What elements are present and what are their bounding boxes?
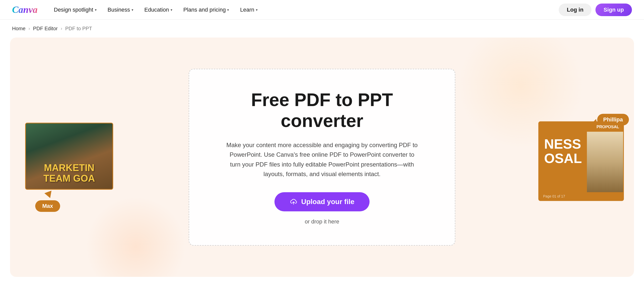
right-card-frame: PROPOSAL NESS OSAL Page 01 of 17 (538, 121, 624, 201)
chevron-down-icon: ▾ (227, 8, 229, 12)
nav-links: Design spotlight ▾ Business ▾ Education … (49, 4, 559, 16)
max-badge: Max (35, 200, 60, 212)
drop-text: or drop it here (214, 218, 430, 225)
right-card-footer: Page 01 of 17 (539, 192, 623, 200)
left-card-image: MARKETIN TEAM GOA (26, 123, 112, 189)
right-card-body: NESS OSAL (539, 132, 623, 192)
upload-button-label: Upload your file (301, 198, 354, 206)
left-card-frame: MARKETIN TEAM GOA (25, 123, 113, 190)
upload-cloud-icon (290, 198, 298, 206)
breadcrumb-home[interactable]: Home (12, 26, 25, 31)
svg-text:Canva: Canva (12, 4, 37, 14)
converter-title: Free PDF to PPT converter (214, 89, 430, 131)
nav-actions: Log in Sign up (559, 4, 632, 16)
nav-item-business[interactable]: Business ▾ (103, 4, 138, 16)
nav-item-education[interactable]: Education ▾ (140, 4, 177, 16)
chevron-down-icon: ▾ (256, 8, 258, 12)
chevron-down-icon: ▾ (95, 8, 97, 12)
nav-label-plans: Plans and pricing (183, 7, 226, 13)
navbar: Canva Design spotlight ▾ Business ▾ Educ… (0, 0, 644, 20)
hero-section: MARKETIN TEAM GOA Max Free PDF to PPT co… (10, 38, 634, 277)
nav-label-education: Education (144, 7, 169, 13)
nav-label-business: Business (108, 7, 130, 13)
breadcrumb-pdf-editor[interactable]: PDF Editor (33, 26, 58, 31)
right-card-title-2: OSAL (544, 151, 582, 165)
nav-label-design-spotlight: Design spotlight (54, 7, 93, 13)
chevron-down-icon: ▾ (132, 8, 133, 12)
right-card-page-info: Page 01 of 17 (543, 194, 565, 198)
nav-item-design-spotlight[interactable]: Design spotlight ▾ (49, 4, 101, 16)
breadcrumb-separator-2: › (61, 26, 62, 31)
breadcrumb: Home › PDF Editor › PDF to PPT (0, 20, 644, 38)
upload-button[interactable]: Upload your file (274, 192, 370, 211)
right-card-text-area: NESS OSAL (539, 132, 587, 192)
left-decorative-card: MARKETIN TEAM GOA Max (25, 123, 113, 192)
left-card-title-line2: TEAM GOA (44, 173, 95, 184)
converter-card: Free PDF to PPT converter Make your cont… (189, 69, 455, 245)
nav-item-plans[interactable]: Plans and pricing ▾ (179, 4, 234, 16)
right-decorative-card: Phillipa PROPOSAL NESS OSAL Page 01 of 1… (538, 121, 624, 201)
cursor-arrow-icon (44, 191, 54, 200)
left-card-title-line1: MARKETIN (44, 163, 95, 173)
right-corner-dot-br (621, 198, 624, 201)
breadcrumb-current: PDF to PPT (65, 26, 92, 31)
login-button[interactable]: Log in (559, 4, 591, 16)
right-card-photo (587, 132, 624, 192)
nav-label-learn: Learn (240, 7, 254, 13)
phillipa-badge: Phillipa (597, 114, 629, 125)
converter-description: Make your content more accessible and en… (224, 140, 420, 179)
nav-item-learn[interactable]: Learn ▾ (235, 4, 262, 16)
signup-button[interactable]: Sign up (595, 4, 632, 16)
chevron-down-icon: ▾ (171, 8, 172, 12)
right-card-title-1: NESS (544, 137, 582, 151)
logo[interactable]: Canva (12, 4, 37, 15)
breadcrumb-separator-1: › (28, 26, 30, 31)
